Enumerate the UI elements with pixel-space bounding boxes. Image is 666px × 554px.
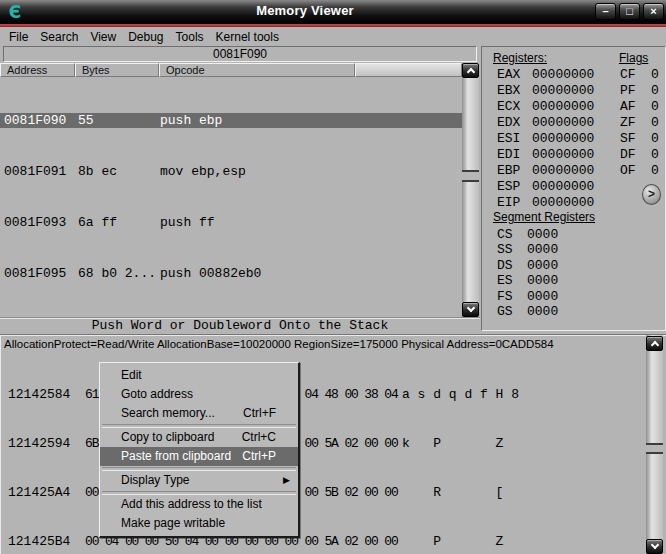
register-row: EBX00000000 xyxy=(497,83,594,99)
chevron-up-icon xyxy=(650,341,658,349)
segment-row: SS0000 xyxy=(497,242,558,257)
scroll-down-button[interactable] xyxy=(646,539,663,554)
flag-row: CF0 xyxy=(620,67,659,83)
window-controls: – □ × xyxy=(595,3,664,20)
flag-row: DF0 xyxy=(620,147,659,163)
register-row: EAX00000000 xyxy=(497,67,594,83)
address-input[interactable]: 0081F090 xyxy=(3,46,477,62)
window-title: Memory Viewer xyxy=(0,3,610,18)
shortcut-label: Ctrl+C xyxy=(242,428,276,446)
memory-row[interactable]: 121425B400 04 00 00 50 04 00 00 00 00 00… xyxy=(0,535,646,548)
column-header-blank xyxy=(355,63,462,77)
scroll-thumb[interactable] xyxy=(646,443,663,454)
shortcut-label: Ctrl+F xyxy=(243,404,276,422)
disassembly-header: Address Bytes Opcode xyxy=(0,63,462,77)
scroll-thumb[interactable] xyxy=(462,170,479,182)
disassembly-scrollbar[interactable] xyxy=(462,63,479,317)
allocation-info-line: AllocationProtect=Read/Write AllocationB… xyxy=(4,338,554,350)
context-menu-item-goto-address[interactable]: Goto address xyxy=(100,385,298,404)
mem-address: 12142584 xyxy=(8,388,70,401)
register-row: EDI00000000 xyxy=(497,147,594,163)
register-row: EDX00000000 xyxy=(497,115,594,131)
segment-row: DS0000 xyxy=(497,258,558,273)
menu-item-view[interactable]: View xyxy=(84,29,122,45)
register-row: EIP00000000 xyxy=(497,195,594,211)
segment-row: GS0000 xyxy=(497,304,558,319)
row-opcode: push ebp xyxy=(160,113,222,128)
register-row: ESP00000000 xyxy=(497,179,594,195)
segment-row: FS0000 xyxy=(497,289,558,304)
memory-row[interactable]: 121425946B 04 00 00 50 04 00 00 00 00 00… xyxy=(0,437,646,450)
disassembly-panel: Address Bytes Opcode 0081F09055push ebp … xyxy=(0,63,480,317)
disasm-row[interactable]: 0081F09568 b0 2...push 00882eb0 xyxy=(0,266,462,281)
maximize-button[interactable]: □ xyxy=(619,3,640,20)
menu-item-tools[interactable]: Tools xyxy=(170,29,210,45)
flag-row: AF0 xyxy=(620,99,659,115)
registers-label: Registers: xyxy=(493,51,547,65)
menu-item-search[interactable]: Search xyxy=(34,29,84,45)
column-header-bytes[interactable]: Bytes xyxy=(75,63,159,77)
disasm-row[interactable]: 0081F0936a ffpush ff xyxy=(0,215,462,230)
minimize-button[interactable]: – xyxy=(595,3,616,20)
context-menu: Edit Goto address Search memory...Ctrl+F… xyxy=(99,362,300,538)
chevron-down-icon xyxy=(466,304,474,312)
chevron-down-icon xyxy=(650,541,658,549)
flags-label: Flags xyxy=(619,51,648,65)
registers-panel: Registers: Flags EAX00000000 EBX00000000… xyxy=(481,46,666,331)
context-menu-item-display-type[interactable]: Display Type▶ xyxy=(100,471,298,490)
flag-row: OF0 xyxy=(620,163,659,179)
menu-bar: File Search View Debug Tools Kernel tool… xyxy=(0,27,666,46)
memory-row[interactable]: 1214258461 04 73 04 64 04 71 04 64 04 66… xyxy=(0,388,646,401)
segment-row: CS0000 xyxy=(497,227,558,242)
flag-row: PF0 xyxy=(620,83,659,99)
flag-row: ZF0 xyxy=(620,115,659,131)
submenu-arrow-icon: ▶ xyxy=(283,471,290,489)
register-row: EBP00000000 xyxy=(497,163,594,179)
disasm-row[interactable]: 0081F0918b ecmov ebp,esp xyxy=(0,164,462,179)
menu-item-file[interactable]: File xyxy=(3,29,34,45)
flag-row: SF0 xyxy=(620,131,659,147)
memory-row[interactable]: 121425A400 04 00 00 52 04 00 00 00 00 00… xyxy=(0,486,646,499)
close-button[interactable]: × xyxy=(643,3,664,20)
segment-row: ES0000 xyxy=(497,273,558,288)
column-header-address[interactable]: Address xyxy=(0,63,75,77)
scroll-up-button[interactable] xyxy=(462,63,479,78)
context-menu-item-copy-to-clipboard[interactable]: Copy to clipboardCtrl+C xyxy=(100,428,298,447)
context-menu-item-add-address-to-list[interactable]: Add this address to the list xyxy=(100,495,298,514)
disassembly-rows: 0081F09055push ebp 0081F0918b ecmov ebp,… xyxy=(0,77,462,317)
row-bytes: 55 xyxy=(78,113,94,128)
segment-registers-label: Segment Registers xyxy=(493,210,595,224)
menu-item-debug[interactable]: Debug xyxy=(122,29,169,45)
row-address: 0081F090 xyxy=(4,113,66,128)
register-row: ECX00000000 xyxy=(497,99,594,115)
memory-scrollbar[interactable] xyxy=(646,335,663,554)
column-header-opcode[interactable]: Opcode xyxy=(159,63,355,77)
context-menu-item-paste-from-clipboard[interactable]: Paste from clipboardCtrl+P xyxy=(100,447,298,466)
title-bar: Є Memory Viewer – □ × xyxy=(0,0,666,24)
instruction-hint-bar: Push Word or Doubleword Onto the Stack xyxy=(0,317,480,334)
context-menu-item-make-page-writable[interactable]: Make page writable xyxy=(100,514,298,533)
mem-ascii: a s d q d f H 8 xyxy=(402,388,527,401)
scroll-up-button[interactable] xyxy=(646,336,663,351)
register-row: ESI00000000 xyxy=(497,131,594,147)
scroll-down-button[interactable] xyxy=(462,302,479,317)
chevron-up-icon xyxy=(466,68,474,76)
step-button[interactable]: > xyxy=(642,184,661,205)
context-menu-item-edit[interactable]: Edit xyxy=(100,366,298,385)
disasm-row[interactable]: 0081F09055push ebp xyxy=(0,113,462,128)
menu-item-kernel-tools[interactable]: Kernel tools xyxy=(210,29,285,45)
memory-rows: 1214258461 04 73 04 64 04 71 04 64 04 66… xyxy=(0,352,646,554)
shortcut-label: Ctrl+P xyxy=(242,447,276,465)
context-menu-item-search-memory[interactable]: Search memory...Ctrl+F xyxy=(100,404,298,423)
